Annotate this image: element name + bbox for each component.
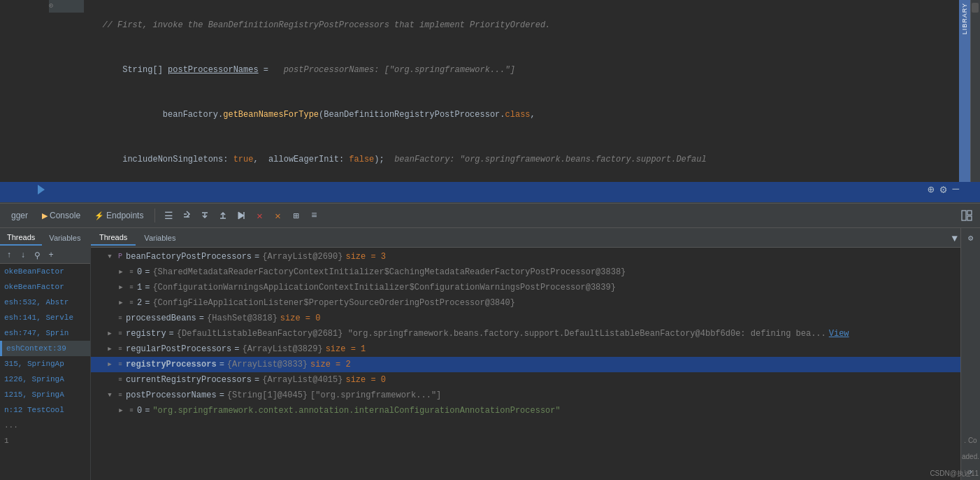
var-type-icon-bfpp: P	[115, 250, 126, 263]
tab-debugger[interactable]: gger	[6, 208, 34, 223]
stack-item-5[interactable]: eshContext:39 ⊙	[0, 341, 90, 356]
stack-frames: okeBeanFactor okeBeanFactor esh:532, Abs…	[0, 264, 90, 480]
var-icon-rp: ≡	[115, 358, 126, 371]
var-row-ppn-0[interactable]: ≡ 0 = "org.springframework.context.annot…	[91, 403, 960, 418]
code-line-2: String[] postProcessorNames = postProces…	[0, 48, 980, 92]
var-row-pb[interactable]: ≡ processedBeans = {HashSet@3818} size =…	[91, 311, 960, 326]
stack-item-7[interactable]: 1226, SpringA	[0, 372, 90, 387]
settings-panel-button[interactable]: ⚙	[964, 231, 978, 245]
var-icon-rpp: ≡	[115, 343, 126, 355]
sidebar-controls: ↑ ↓ ⚲ +	[0, 248, 90, 264]
code-editor: LIBRARY // First, invoke the BeanDefinit…	[0, 0, 980, 203]
var-name-ppn: postProcessorNames	[126, 389, 217, 402]
layout-button[interactable]	[959, 208, 974, 223]
vars-tabs: Threads Variables	[91, 228, 960, 248]
tab-console[interactable]: ▶ Console	[36, 208, 86, 223]
code-lines: // First, invoke the BeanDefinitionRegis…	[0, 0, 980, 203]
svg-rect-2	[962, 211, 966, 220]
up-button[interactable]: ↑	[3, 249, 15, 262]
stack-item-0[interactable]: okeBeanFactor	[0, 264, 90, 279]
left-sidebar: Threads Variables ↑ ↓ ⚲ + okeBeanFactor …	[0, 228, 91, 480]
co-label: . Co	[963, 435, 978, 446]
var-size-pb: size = 0	[280, 312, 321, 325]
var-row-bfpp-1[interactable]: ≡ 1 = {ConfigurationWarningsApplicationC…	[91, 280, 960, 295]
down-button[interactable]: ↓	[17, 249, 29, 262]
code-comment-1: // First, invoke the BeanDefinitionRegis…	[82, 20, 551, 30]
var-row-registry[interactable]: ≡ registry = {DefaultListableBeanFactory…	[91, 326, 960, 341]
var-value-ppn-0: "org.springframework.context.annotation.…	[152, 404, 560, 417]
var-list-icon-bfpp-0: ≡	[126, 266, 137, 278]
filter-button[interactable]: ⚲	[31, 249, 43, 262]
run-cursor-button[interactable]	[233, 208, 249, 223]
debugger-toolbar: gger ▶ Console ⚡ Endpoints ☰ ✕ ✕ ⊞ ≡	[0, 203, 980, 228]
endpoints-icon: ⚡	[94, 211, 104, 220]
globe-icon[interactable]: ⊕	[928, 183, 935, 197]
step-into-button[interactable]	[197, 208, 212, 223]
stack-item-6[interactable]: 315, SpringAp	[0, 356, 90, 372]
bottom-panel: Threads Variables ↑ ↓ ⚲ + okeBeanFactor …	[0, 228, 980, 480]
step-over-button[interactable]	[179, 208, 194, 223]
expand-icon-bfpp	[105, 250, 115, 263]
stack-item-1[interactable]: okeBeanFactor	[0, 279, 90, 295]
stack-item-4[interactable]: esh:747, Sprin	[0, 325, 90, 341]
var-icon-crp: ≡	[115, 374, 126, 386]
stack-item-11[interactable]: 1	[0, 433, 90, 449]
var-name-bfpp-0: 0	[137, 266, 142, 278]
var-name-crp: currentRegistryProcessors	[126, 374, 252, 386]
var-row-bfpp-0[interactable]: ≡ 0 = {SharedMetadataReaderFactoryContex…	[91, 264, 960, 280]
tab-debugger-label: gger	[11, 211, 28, 220]
var-name-pb: processedBeans	[126, 312, 196, 325]
var-icon-ppn: ≡	[115, 389, 126, 402]
var-row-rpp[interactable]: ≡ regularPostProcessors = {ArrayList@382…	[91, 341, 960, 357]
stack-item-3[interactable]: esh:141, Servle	[0, 310, 90, 325]
var-name-rpp: regularPostProcessors	[126, 343, 231, 355]
sidebar-tab-threads[interactable]: Threads	[0, 230, 42, 246]
vars-tab-variables[interactable]: Variables	[136, 231, 184, 245]
var-icon-pb: ≡	[115, 312, 126, 325]
add-button[interactable]: +	[45, 249, 57, 262]
minimize-icon[interactable]: ─	[952, 183, 959, 196]
var-value-ppn: {String[1]@4045}	[227, 389, 308, 402]
settings-icon[interactable]: ⚙	[940, 183, 947, 197]
stack-item-2[interactable]: esh:532, Abstr	[0, 295, 90, 310]
svg-rect-3	[967, 211, 972, 215]
variables-panel: Threads Variables P beanFactoryPostProce…	[91, 228, 960, 480]
view-link-registry[interactable]: View	[829, 327, 849, 340]
var-row-bfpp-2[interactable]: ≡ 2 = {ConfigFileApplicationListener$Pro…	[91, 295, 960, 311]
expand-icon-bfpp-1	[116, 281, 126, 294]
var-name-ppn-0: 0	[137, 404, 142, 417]
csdn-badge: CSDN@执述11	[930, 469, 979, 479]
code-line-1: // First, invoke the BeanDefinitionRegis…	[0, 3, 980, 48]
var-value-bfpp: {ArrayList@2690}	[262, 250, 343, 263]
inspect-button[interactable]: ⊞	[288, 208, 303, 223]
var-size-rp: size = 2	[310, 358, 351, 371]
sidebar-tab-variables[interactable]: Variables	[42, 231, 87, 245]
mute-breakpoints-button[interactable]: ✕	[270, 208, 285, 223]
var-list-icon-bfpp-2: ≡	[126, 297, 137, 309]
settings-toolbar-button[interactable]: ≡	[306, 208, 322, 223]
stack-item-10[interactable]: ...	[0, 418, 90, 433]
stop-button[interactable]: ✕	[252, 208, 267, 223]
panel-dropdown-button[interactable]: ▼	[952, 233, 958, 244]
console-icon: ▶	[42, 211, 48, 220]
var-row-bfpp[interactable]: P beanFactoryPostProcessors = {ArrayList…	[91, 249, 960, 264]
var-value-bfpp-1: {ConfigurationWarningsApplicationContext…	[152, 281, 616, 294]
code-toolbar-right: ⊕ ⚙ ─	[928, 183, 959, 197]
var-row-crp[interactable]: ≡ currentRegistryProcessors = {ArrayList…	[91, 372, 960, 388]
var-row-rp[interactable]: ≡ registryProcessors = {ArrayList@3833} …	[91, 357, 960, 372]
expand-icon-rp	[105, 358, 115, 371]
svg-marker-0	[38, 185, 45, 195]
step-out-button[interactable]	[215, 208, 231, 223]
stack-item-9[interactable]: n:12 TestCool	[0, 402, 90, 418]
menu-button[interactable]: ☰	[161, 208, 176, 223]
tab-endpoints[interactable]: ⚡ Endpoints	[89, 208, 149, 223]
stack-item-8[interactable]: 1215, SpringA	[0, 387, 90, 402]
aded-label: aded.	[960, 451, 980, 462]
var-row-ppn[interactable]: ≡ postProcessorNames = {String[1]@4045} …	[91, 388, 960, 403]
vars-tab-threads[interactable]: Threads	[91, 230, 136, 246]
var-value-rp: {ArrayList@3833}	[227, 358, 308, 371]
expand-icon-bfpp-2	[116, 297, 126, 309]
var-value-pb: {HashSet@3818}	[207, 312, 278, 325]
tab-endpoints-label: Endpoints	[106, 211, 143, 220]
right-edge-panel: ⚙ . Co aded. ›	[960, 228, 980, 480]
